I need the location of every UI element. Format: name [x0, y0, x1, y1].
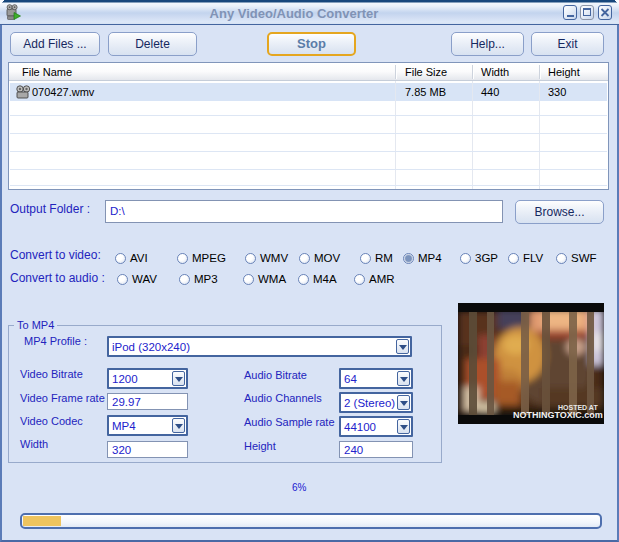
svg-text:NOTHINGTOXIC.com: NOTHINGTOXIC.com [513, 410, 603, 420]
